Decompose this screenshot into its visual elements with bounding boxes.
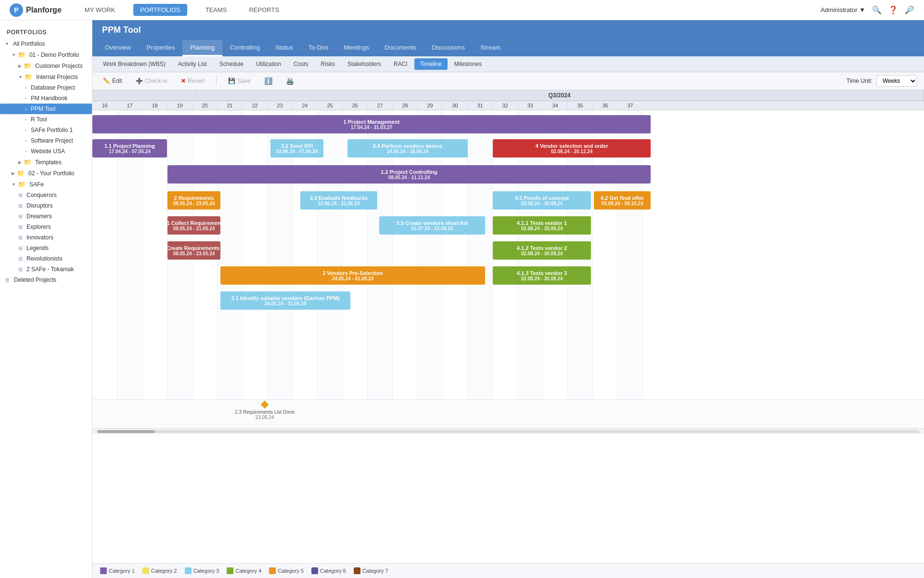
scrollbar-area (92, 428, 924, 434)
gantt-bar-bar-3-1[interactable]: 3.1 Identify suitable vendors (Gartner P… (220, 291, 350, 310)
tab2-activity-list[interactable]: Activity List (172, 58, 213, 70)
sidebar-item-2safe-tokamak[interactable]: ⊞2 SAFe - Tokamak (0, 264, 92, 275)
app-logo[interactable]: P Planforge (10, 3, 62, 17)
sidebar-item-conquerors[interactable]: ⊞Conquerors (0, 190, 92, 200)
gantt-bar-bar-1[interactable]: 1 Project Management17.04.24 - 31.03.27 (92, 115, 651, 133)
edit-button[interactable]: ✏️ Edit (99, 76, 126, 86)
tab1-status[interactable]: Status (268, 40, 301, 56)
scrollbar-track[interactable] (97, 430, 919, 433)
legend-color (354, 567, 360, 574)
help-icon[interactable]: ❓ (888, 5, 898, 14)
main-layout: PORTFOLIOS ▼All Portfolios▼📁01 - Demo Po… (0, 20, 924, 578)
project-header: PPM Tool (92, 20, 924, 40)
user-menu[interactable]: Administrator ▼ (821, 6, 865, 13)
sidebar-item-templates[interactable]: ▶📁Templates (0, 157, 92, 168)
save-button[interactable]: 💾 Save (224, 76, 254, 86)
gantt-bar-bar-3-4[interactable]: 3.4 Perform vendors demos24.06.24 - 28.0… (347, 139, 468, 158)
search-icon[interactable]: 🔍 (872, 5, 882, 14)
milestone-item[interactable]: 2.3 Requirements List Done23.05.24 (235, 402, 295, 420)
gantt-bar-bar-4[interactable]: 4 Vendor selection and order02.08.24 - 2… (493, 139, 651, 158)
sidebar-item-database-project[interactable]: ▪Database Project (0, 82, 92, 93)
gantt-bar-bar-3-3[interactable]: 3.3 Evaluate feedbacks10.06.24 - 21.06.2… (300, 191, 377, 210)
week-cell-37: 37 (618, 101, 643, 110)
time-unit-label: Time Unit: (847, 78, 873, 84)
sidebar-item-pm-handbook[interactable]: ▪PM Handbook (0, 93, 92, 104)
legend-color (100, 567, 107, 574)
tab1-properties[interactable]: Properties (139, 40, 182, 56)
tab1-documents[interactable]: Documents (377, 40, 424, 56)
time-unit-section: Time Unit: Weeks Days Months Quarters (847, 75, 917, 87)
nav-my-work[interactable]: MY WORK (81, 4, 119, 15)
revert-button[interactable]: ✖ Revert (177, 76, 208, 86)
tab1-meetings[interactable]: Meetings (336, 40, 377, 56)
nav-portfolios[interactable]: PORTFOLIOS (133, 4, 187, 16)
tab1-discussions[interactable]: Discussions (424, 40, 473, 56)
info-button[interactable]: ℹ️ (260, 76, 276, 86)
sidebar-item-software-project[interactable]: ▪Software Project (0, 135, 92, 146)
sidebar-item-ppm-tool[interactable]: ▪PPM Tool (0, 104, 92, 114)
gantt-bar-bar-3-5[interactable]: 3.5 Create vendors short-list01.07.24 - … (379, 216, 485, 235)
sidebar-item-your-portfolio[interactable]: ▶📁02 - Your Portfolio (0, 168, 92, 179)
sidebar-title: PORTFOLIOS (0, 24, 92, 39)
gantt-bar-bar-3-2[interactable]: 3.2 Send RFI03.06.24 - 07.06.24 (270, 139, 323, 158)
sidebar-item-r-tool[interactable]: ▪R Tool (0, 114, 92, 125)
gantt-bar-bar-1-2[interactable]: 1.2 Project Controlling08.05.24 - 11.11.… (167, 165, 651, 184)
top-nav-right: Administrator ▼ 🔍 ❓ 🔎 (821, 5, 914, 14)
zoom-icon[interactable]: 🔎 (905, 5, 914, 14)
gantt-bar-bar-4-1-1[interactable]: 4.1.1 Tests vendor 102.08.24 - 30.08.24 (493, 216, 591, 235)
tab1-planning[interactable]: Planning (182, 40, 222, 56)
gantt-bar-bar-2-1[interactable]: 2.1 Collect Requirements08.05.24 - 21.05… (167, 216, 220, 235)
week-cell-28: 28 (393, 101, 418, 110)
gantt-scroll[interactable]: Q3/2024 16171819202122232425262728293031… (92, 90, 924, 563)
gantt-bar-bar-2-2[interactable]: 2.2 Create Requirements List08.05.24 - 2… (167, 241, 220, 260)
tab1-todos[interactable]: To-Dos (301, 40, 336, 56)
sidebar-item-revolutionists[interactable]: ⊞Revolutionists (0, 253, 92, 264)
tab1-overview[interactable]: Overview (97, 40, 139, 56)
gantt-bar-bar-2[interactable]: 2 Requirements08.05.24 - 23.05.24 (167, 191, 220, 210)
gantt-bar-bar-1-1[interactable]: 1.1 Project Planning17.04.24 - 07.05.24 (92, 139, 167, 158)
legend: Category 1Category 2Category 3Category 4… (92, 563, 924, 578)
nav-reports[interactable]: REPORTS (245, 4, 283, 15)
tab2-timeline[interactable]: Timeline (414, 58, 448, 70)
sidebar-item-dreamers[interactable]: ⊞Dreamers (0, 211, 92, 222)
tab2-raci[interactable]: RACI (388, 58, 413, 70)
tab2-schedule[interactable]: Schedule (214, 58, 249, 70)
tab1-stream[interactable]: Stream (473, 40, 508, 56)
sidebar-item-website-usa[interactable]: ▪Website USA (0, 146, 92, 157)
sidebar-item-safe[interactable]: ▼📁SAFe (0, 179, 92, 190)
sidebar-item-explorers[interactable]: ⊞Explorers (0, 222, 92, 232)
week-header-row: 1617181920212223242526272829303132333435… (92, 101, 924, 110)
gantt-bar-bar-3[interactable]: 3 Vendors Pre-Selection24.05.24 - 01.08.… (220, 266, 485, 285)
checkin-button[interactable]: ➕ Check-in (132, 76, 171, 86)
scrollbar-thumb[interactable] (97, 430, 155, 433)
print-button[interactable]: 🖨️ (282, 76, 298, 86)
sidebar-item-customer-projects[interactable]: ▶📁Customer Projects (0, 60, 92, 71)
pencil-icon: ✏️ (103, 78, 110, 84)
tab2-utilization[interactable]: Utilization (250, 58, 287, 70)
gantt-bar-bar-4-1[interactable]: 4.1 Proofs of concept02.08.24 - 30.08.24 (493, 191, 591, 210)
sidebar-item-legends[interactable]: ⊞Legends (0, 243, 92, 253)
tab2-risks[interactable]: Risks (315, 58, 341, 70)
gantt-body: 1 Project Management17.04.24 - 31.03.271… (92, 110, 924, 399)
sidebar-item-innovators[interactable]: ⊞Innovators (0, 232, 92, 243)
tab2-wbs[interactable]: Work Breakdown (WBS) (97, 58, 171, 70)
gantt-bar-bar-4-1-3[interactable]: 4.1.3 Tests vendor 302.08.24 - 30.08.24 (493, 266, 591, 285)
project-title: PPM Tool (102, 25, 141, 35)
nav-teams[interactable]: TEAMS (202, 4, 231, 15)
sidebar-item-demo-portfolio[interactable]: ▼📁01 - Demo Portfolio (0, 49, 92, 60)
tab2-stakeholders[interactable]: Stakeholders (342, 58, 387, 70)
week-cell-24: 24 (293, 101, 318, 110)
time-unit-select[interactable]: Weeks Days Months Quarters (876, 75, 917, 87)
sidebar-item-all-portfolios[interactable]: ▼All Portfolios (0, 39, 92, 49)
gantt-bar-bar-4-2[interactable]: 4.2 Get final offer03.09.24 - 09.10.24 (594, 191, 651, 210)
tab1-controlling[interactable]: Controlling (222, 40, 268, 56)
sidebar-item-internal-projects[interactable]: ▼📁Internal Projects (0, 71, 92, 82)
legend-color (185, 567, 192, 574)
gantt-bar-bar-4-1-2[interactable]: 4.1.2 Tests vendor 202.08.24 - 30.08.24 (493, 241, 591, 260)
sidebar-item-deleted-projects[interactable]: 🗑Deleted Projects (0, 275, 92, 285)
legend-color (269, 567, 276, 574)
sidebar-item-safe-portfolio-1[interactable]: ▪SAFe Portfolio 1 (0, 125, 92, 135)
sidebar-item-disruptors[interactable]: ⊞Disruptors (0, 200, 92, 211)
tab2-costs[interactable]: Costs (288, 58, 314, 70)
tab2-milestones[interactable]: Milestones (449, 58, 488, 70)
